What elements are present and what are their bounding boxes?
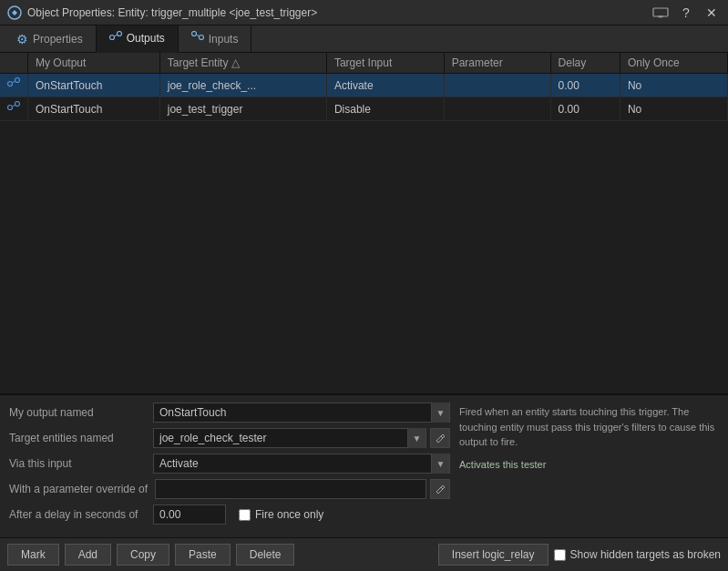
table-section: My Output Target Entity △ Target Input P… (0, 53, 728, 394)
col-header-target-entity[interactable]: Target Entity △ (159, 53, 326, 74)
main-content: My Output Target Entity △ Target Input P… (0, 53, 728, 571)
row-target-entity: joe_role_check_... (159, 74, 326, 97)
input-select-arrow[interactable]: ▼ (431, 454, 449, 474)
insert-relay-button[interactable]: Insert logic_relay (438, 544, 549, 566)
output-select[interactable]: OnStartTouch (154, 404, 431, 421)
tab-properties[interactable]: ⚙ Properties (4, 25, 97, 52)
col-header-parameter[interactable]: Parameter (444, 53, 550, 74)
tab-outputs-label: Outputs (127, 32, 165, 45)
output-input-group: OnStartTouch ▼ (153, 403, 450, 423)
col-header-only-once[interactable]: Only Once (620, 53, 727, 74)
mark-button[interactable]: Mark (7, 544, 59, 566)
close-button[interactable]: ✕ (702, 4, 721, 22)
output-row: My output named OnStartTouch ▼ (9, 403, 450, 423)
param-input-group (155, 479, 450, 499)
delay-label: After a delay in seconds of (9, 508, 146, 521)
output-select-wrap: OnStartTouch ▼ (153, 403, 450, 423)
row-only-once: No (620, 74, 727, 97)
svg-point-11 (15, 78, 20, 83)
svg-line-6 (114, 35, 117, 36)
target-select[interactable]: joe_role_check_tester (154, 430, 407, 446)
sub-description: Activates this tester (459, 457, 719, 473)
title-bar: Object Properties: Entity: trigger_multi… (0, 0, 728, 25)
target-edit-button[interactable] (430, 428, 450, 448)
param-edit-button[interactable] (430, 479, 450, 499)
svg-point-10 (8, 82, 13, 87)
input-select-wrap: Activate ▼ (153, 454, 450, 474)
col-header-my-output[interactable]: My Output (28, 53, 160, 74)
svg-line-15 (13, 105, 15, 107)
tab-properties-label: Properties (33, 33, 83, 46)
row-target-entity: joe_test_trigger (159, 97, 326, 121)
window-title: Object Properties: Entity: trigger_multi… (27, 6, 317, 19)
row-parameter (444, 74, 550, 97)
inputs-icon (191, 31, 204, 46)
copy-button[interactable]: Copy (117, 544, 169, 566)
delay-input[interactable] (153, 505, 226, 525)
col-header-icon (0, 53, 28, 74)
input-input-group: Activate ▼ (153, 454, 450, 474)
target-row: Target entities named joe_role_check_tes… (9, 428, 450, 448)
tab-outputs[interactable]: Outputs (97, 25, 179, 53)
row-icon (0, 97, 28, 121)
svg-rect-1 (653, 8, 668, 16)
fire-once-checkbox[interactable] (239, 509, 251, 521)
col-header-target-input[interactable]: Target Input (326, 53, 444, 74)
outputs-table: My Output Target Entity △ Target Input P… (0, 53, 728, 121)
svg-point-13 (8, 106, 13, 110)
tab-inputs[interactable]: Inputs (179, 25, 252, 52)
row-my-output: OnStartTouch (28, 74, 160, 97)
show-hidden-checkbox[interactable] (554, 549, 566, 561)
show-hidden-label[interactable]: Show hidden targets as broken (570, 548, 721, 561)
button-bar: Mark Add Copy Paste Delete Insert logic_… (0, 537, 728, 571)
target-select-arrow[interactable]: ▼ (407, 428, 426, 448)
row-my-output: OnStartTouch (28, 97, 160, 121)
target-select-wrap: joe_role_check_tester ▼ (153, 428, 426, 448)
row-only-once: No (620, 97, 727, 121)
monitor-button[interactable] (651, 4, 670, 22)
delay-input-group: Fire once only (153, 505, 450, 525)
input-select[interactable]: Activate (154, 455, 431, 472)
svg-line-12 (13, 81, 15, 83)
title-bar-controls: ? ✕ (651, 4, 721, 22)
description-text: Fired when an entity starts touching thi… (459, 406, 714, 447)
bottom-form: My output named OnStartTouch ▼ Target en… (0, 394, 728, 537)
show-hidden-wrap: Show hidden targets as broken (554, 548, 721, 561)
tab-inputs-label: Inputs (209, 33, 239, 46)
output-select-arrow[interactable]: ▼ (431, 403, 449, 423)
delay-row: After a delay in seconds of Fire once on… (9, 505, 450, 525)
fire-once-label[interactable]: Fire once only (255, 508, 323, 521)
help-button[interactable]: ? (677, 4, 695, 22)
row-target-input: Disable (326, 97, 444, 121)
input-row: Via this input Activate ▼ (9, 454, 450, 474)
paste-button[interactable]: Paste (175, 544, 231, 566)
form-fields: My output named OnStartTouch ▼ Target en… (9, 403, 450, 530)
target-label: Target entities named (9, 432, 146, 444)
svg-line-9 (196, 35, 199, 36)
param-input[interactable] (155, 479, 426, 499)
fire-once-group: Fire once only (239, 508, 323, 521)
svg-point-14 (15, 102, 20, 107)
row-delay: 0.00 (550, 74, 620, 97)
svg-point-7 (199, 36, 203, 40)
row-target-input: Activate (326, 74, 444, 97)
table-row[interactable]: OnStartTouch joe_test_trigger Disable 0.… (0, 97, 728, 121)
col-header-delay[interactable]: Delay (550, 53, 620, 74)
input-label: Via this input (9, 457, 146, 470)
outputs-icon (109, 31, 122, 46)
output-label: My output named (9, 406, 146, 419)
svg-point-5 (117, 31, 121, 36)
form-with-desc: My output named OnStartTouch ▼ Target en… (9, 403, 719, 530)
description-panel: Fired when an entity starts touching thi… (459, 403, 719, 530)
properties-icon: ⚙ (16, 32, 28, 46)
row-parameter (444, 97, 550, 121)
svg-point-4 (109, 35, 114, 39)
row-icon (0, 74, 28, 97)
add-button[interactable]: Add (65, 544, 111, 566)
row-delay: 0.00 (550, 97, 620, 121)
table-row[interactable]: OnStartTouch joe_role_check_... Activate… (0, 74, 728, 97)
app-icon (7, 5, 22, 20)
target-input-group: joe_role_check_tester ▼ (153, 428, 450, 448)
delete-button[interactable]: Delete (236, 544, 295, 566)
param-label: With a parameter override of (9, 483, 148, 495)
